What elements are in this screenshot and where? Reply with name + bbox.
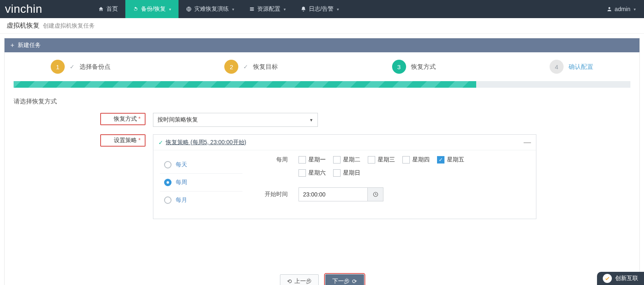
wizard-progress (14, 81, 630, 88)
step-1-num: 1 (51, 60, 65, 74)
wizard-footer: ⟲ 上一步 下一步 ⟳ (14, 268, 630, 285)
globe-icon (186, 6, 192, 12)
next-button-label: 下一步 (332, 278, 350, 285)
day-thu[interactable]: 星期四 (402, 156, 430, 164)
corner-badge[interactable]: 创新互联 (597, 272, 644, 285)
breadcrumb-sub: 创建虚拟机恢复任务 (43, 22, 95, 30)
freq-monthly[interactable]: 每月 (160, 192, 242, 209)
nav-home-label: 首页 (106, 5, 118, 13)
arrow-left-icon: ⟲ (287, 278, 292, 285)
wizard-card: 新建任务 1 ✓ 选择备份点 2 ✓ 恢复目标 3 恢复方式 4 确认配置 (4, 38, 640, 285)
step-3-label: 恢复方式 (411, 63, 436, 71)
plus-icon (9, 42, 15, 48)
check-icon: ✓ (70, 63, 75, 70)
weekday-label: 每周 (255, 156, 288, 164)
step-2-num: 2 (224, 60, 238, 74)
wizard-steps: 1 ✓ 选择备份点 2 ✓ 恢复目标 3 恢复方式 4 确认配置 (14, 60, 630, 79)
breadcrumb-title: 虚拟机恢复 (7, 21, 40, 30)
brand-logo: vinchin (0, 0, 91, 18)
check-icon: ✓ (243, 63, 248, 70)
restore-mode-select[interactable]: 按时间策略恢复 ▼ (153, 113, 318, 127)
step-3-num: 3 (392, 60, 406, 74)
nav-items: 首页 备份/恢复 ▾ 灾难恢复演练 ▾ 资源配置 ▾ 日志/告警 ▾ (91, 0, 346, 18)
radio-icon (164, 196, 172, 204)
nav-user[interactable]: admin ▾ (598, 0, 644, 18)
nav-drill-label: 灾难恢复演练 (194, 5, 229, 13)
time-picker-button[interactable] (368, 187, 383, 201)
day-fri[interactable]: 星期五 (437, 156, 464, 164)
next-button[interactable]: 下一步 ⟳ (325, 274, 364, 285)
list-icon (249, 6, 255, 12)
day-mon[interactable]: 星期一 (298, 156, 326, 164)
nav-home[interactable]: 首页 (91, 0, 125, 18)
checkbox-icon (368, 156, 375, 164)
freq-daily[interactable]: 每天 (160, 156, 242, 174)
policy-header[interactable]: ✓ 恢复策略 (每周5, 23:00:00开始) — (153, 135, 536, 150)
nav-backup-label: 备份/恢复 (141, 5, 166, 13)
prev-button-label: 上一步 (294, 278, 312, 285)
section-title: 请选择恢复方式 (14, 98, 630, 105)
corner-badge-label: 创新互联 (615, 275, 638, 282)
bell-icon (301, 6, 306, 12)
freq-weekly-label: 每周 (176, 179, 187, 186)
restore-mode-label: 恢复方式 (100, 113, 146, 125)
nav-log[interactable]: 日志/告警 ▾ (293, 0, 346, 18)
restore-mode-value: 按时间策略恢复 (157, 116, 198, 124)
svg-rect-2 (250, 9, 254, 9)
arrow-right-icon: ⟳ (352, 278, 357, 285)
checkbox-icon (333, 156, 341, 164)
radio-icon (164, 179, 172, 186)
freq-weekly[interactable]: 每周 (160, 174, 242, 192)
svg-rect-3 (250, 10, 254, 11)
nav-user-label: admin (615, 6, 630, 12)
top-navbar: vinchin 首页 备份/恢复 ▾ 灾难恢复演练 ▾ 资源配置 ▾ 日志/告警… (0, 0, 644, 18)
checkbox-icon (298, 156, 306, 164)
clock-icon (373, 192, 378, 197)
step-2-label: 恢复目标 (253, 63, 278, 71)
freq-daily-label: 每天 (176, 161, 187, 168)
chevron-down-icon: ▾ (337, 7, 339, 12)
nav-backup[interactable]: 备份/恢复 ▾ (125, 0, 179, 18)
chevron-down-icon: ▼ (309, 118, 313, 122)
user-icon (606, 6, 612, 12)
checkbox-icon (333, 169, 341, 177)
refresh-icon (133, 6, 139, 12)
nav-resource[interactable]: 资源配置 ▾ (242, 0, 293, 18)
nav-drill[interactable]: 灾难恢复演练 ▾ (179, 0, 242, 18)
chevron-down-icon: ▾ (169, 7, 171, 12)
step-4-num: 4 (550, 60, 564, 74)
breadcrumb: 虚拟机恢复 创建虚拟机恢复任务 (0, 18, 644, 34)
svg-point-4 (609, 7, 611, 9)
policy-panel: ✓ 恢复策略 (每周5, 23:00:00开始) — 每天 (153, 134, 536, 219)
chevron-down-icon: ▾ (634, 7, 636, 12)
step-4-label: 确认配置 (569, 63, 593, 71)
nav-log-label: 日志/告警 (309, 5, 334, 13)
day-sat[interactable]: 星期六 (298, 169, 326, 177)
badge-icon (603, 274, 612, 283)
collapse-icon[interactable]: — (524, 138, 531, 147)
nav-resource-label: 资源配置 (257, 5, 280, 13)
start-time-label: 开始时间 (255, 191, 288, 198)
card-header: 新建任务 (5, 38, 639, 52)
start-time-input[interactable]: 23:00:00 (298, 187, 368, 201)
day-wed[interactable]: 星期三 (368, 156, 395, 164)
card-title: 新建任务 (18, 42, 41, 49)
checkbox-icon (437, 156, 444, 164)
chevron-down-icon: ▾ (232, 7, 234, 12)
svg-rect-1 (250, 7, 254, 8)
day-tue[interactable]: 星期二 (333, 156, 360, 164)
step-3[interactable]: 3 恢复方式 (392, 60, 436, 74)
frequency-list: 每天 每周 每月 (160, 156, 242, 209)
prev-button[interactable]: ⟲ 上一步 (280, 274, 319, 285)
day-sun[interactable]: 星期日 (333, 169, 360, 177)
step-4[interactable]: 4 确认配置 (550, 60, 593, 74)
step-1[interactable]: 1 ✓ 选择备份点 (51, 60, 110, 74)
chevron-down-icon: ▾ (284, 7, 286, 12)
policy-label: 设置策略 (100, 134, 146, 147)
row-policy: 设置策略 ✓ 恢复策略 (每周5, 23:00:00开始) — 每天 (100, 134, 630, 219)
step-1-label: 选择备份点 (80, 63, 110, 71)
radio-icon (164, 161, 172, 168)
step-2[interactable]: 2 ✓ 恢复目标 (224, 60, 278, 74)
wizard-progress-bar (14, 81, 476, 88)
policy-title: 恢复策略 (每周5, 23:00:00开始) (166, 139, 246, 146)
